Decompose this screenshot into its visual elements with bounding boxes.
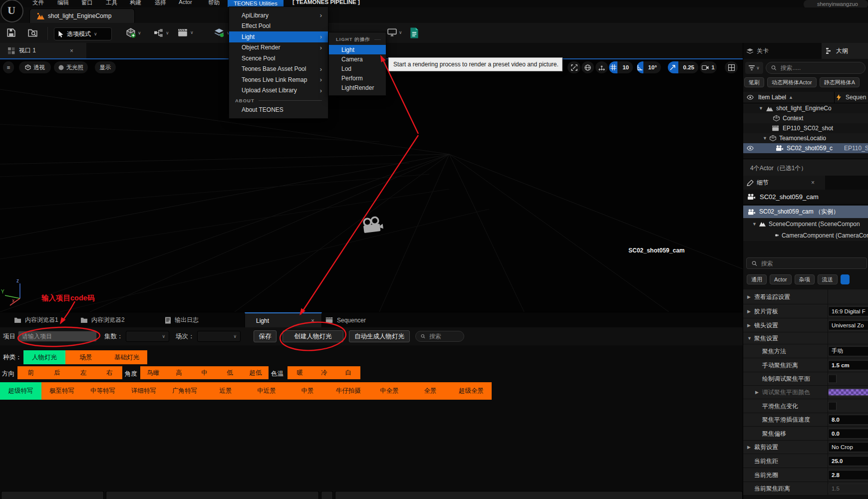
prop-row-draw-debug-plane[interactable]: 绘制调试聚焦平面 [743, 372, 868, 386]
save-button[interactable] [7, 28, 15, 37]
tree-row-camera-selected[interactable]: SC02_shot059_c EP110_S [743, 143, 868, 153]
prop-row-current-focus-distance[interactable]: 当前聚焦距离 1.5 [743, 482, 868, 496]
shot-cowboy[interactable]: 牛仔拍摄 [328, 382, 369, 400]
maximize-viewport-button[interactable] [568, 61, 580, 73]
details-search-input[interactable] [760, 259, 862, 267]
outliner-search-input[interactable] [780, 64, 860, 72]
lens-value[interactable]: Universal Zo [828, 320, 868, 330]
shot-super-full[interactable]: 超级全景 [451, 382, 492, 400]
menu-item-teones-base-asset-pool[interactable]: Teones Base Asset Pool› [229, 64, 328, 75]
submenu-item-camera[interactable]: Camera [329, 54, 386, 64]
menu-tools[interactable]: 工具 [106, 0, 117, 6]
filmback-value[interactable]: 16:9 Digital F [828, 306, 868, 316]
chip-general[interactable]: 通用 [747, 274, 767, 284]
tab-content-browser-2[interactable]: 内容浏览器2 [80, 312, 125, 328]
tab-content-browser-1[interactable]: 内容浏览器1 [14, 312, 58, 328]
menu-help[interactable]: 帮助 [208, 0, 220, 6]
play-settings-button[interactable]: ∨ [214, 28, 230, 38]
category-scene[interactable]: 场景 [65, 350, 106, 364]
menu-edit[interactable]: 编辑 [57, 0, 69, 6]
prop-row-filmback[interactable]: ▶胶片背板 16:9 Digital F [743, 304, 868, 318]
shot-wide-closeup[interactable]: 广角特写 [164, 382, 205, 400]
tab-light[interactable]: Light × [245, 312, 322, 328]
direction-front[interactable]: 前 [17, 366, 44, 379]
component-row-camera[interactable]: CameraComponent (CameraCor [743, 230, 868, 241]
add-actor-button[interactable]: ∨ [126, 28, 141, 38]
tab-output-log[interactable]: 输出日志 [165, 312, 199, 328]
menu-item-object-render[interactable]: Object Render› [229, 42, 328, 53]
temp-warm[interactable]: 暖 [288, 366, 312, 379]
tab-light-close-icon[interactable]: × [311, 317, 314, 324]
grid-snap-value[interactable]: 10 [620, 64, 633, 70]
blueprints-button[interactable]: ∨ [154, 28, 169, 37]
current-aperture-value[interactable]: 2.8 [828, 470, 868, 480]
perspective-button[interactable]: 透视 [19, 61, 51, 73]
tab-details-close-icon[interactable]: × [811, 179, 815, 186]
episode-dropdown[interactable]: ∨ [126, 331, 169, 342]
menu-actor[interactable]: Actor [179, 0, 192, 5]
transform-snap-button[interactable] [595, 61, 608, 73]
chip-actor[interactable]: Actor [770, 274, 792, 284]
shot-detail-closeup[interactable]: 详细特写 [123, 382, 164, 400]
temp-cold[interactable]: 冷 [312, 366, 336, 379]
prop-row-current-focal-length[interactable]: 当前焦距 25.0 [743, 454, 868, 468]
menu-item-scence-pool[interactable]: Scence Pool [229, 53, 328, 64]
create-character-light-button[interactable]: 创建人物灯光 [283, 330, 343, 342]
shot-medium-near[interactable]: 中近景 [246, 382, 287, 400]
debug-plane-color-swatch[interactable] [828, 389, 868, 396]
menu-window[interactable]: 窗口 [81, 0, 93, 6]
shot-medium[interactable]: 中景 [287, 382, 328, 400]
draw-debug-plane-checkbox[interactable] [828, 375, 837, 383]
show-button[interactable]: 显示 [95, 61, 116, 73]
project-input[interactable] [18, 331, 97, 342]
shot-super-closeup[interactable]: 超级特写 [0, 382, 41, 400]
menu-item-teones-live-link-remap[interactable]: Teones Live Link Remap› [229, 74, 328, 85]
prop-row-current-aperture[interactable]: 当前光圈 2.8 [743, 468, 868, 482]
manual-focus-distance-value[interactable]: 1.5 cm [828, 360, 868, 370]
menu-item-apilibrary[interactable]: ApiLibrary› [229, 10, 328, 21]
select-mode-dropdown[interactable]: 选项模式 ∨ [54, 27, 112, 40]
prop-row-focus-interp-speed[interactable]: 聚焦平滑插值速度 8.0 [743, 413, 868, 427]
viewport-tab-close-icon[interactable]: × [70, 47, 73, 54]
shot-near[interactable]: 近景 [205, 382, 246, 400]
tree-row-level[interactable]: ▼ shot_light_EngineCo [743, 103, 868, 113]
column-sequence[interactable]: Sequen [846, 94, 866, 101]
submenu-item-lod[interactable]: Lod [329, 64, 386, 73]
chip-streaming[interactable]: 流送 [818, 274, 838, 284]
filter-chip-static-mesh[interactable]: 静态网格体A [820, 77, 860, 87]
prop-row-lookat[interactable]: ▶查看追踪设置 [743, 289, 868, 304]
filter-chip-dynamic-mesh[interactable]: 动态网格体Actor [767, 77, 817, 87]
rotation-snap-control[interactable]: 10° [637, 61, 661, 73]
viewport-layouts-button[interactable] [725, 61, 738, 73]
camera-speed-control[interactable]: 1 [700, 61, 717, 73]
shot-medium-closeup[interactable]: 中等特写 [82, 382, 123, 400]
status-segment[interactable] [106, 491, 319, 499]
cine-camera-actor-icon[interactable] [360, 215, 384, 236]
light-search-box[interactable] [415, 331, 464, 342]
status-segment[interactable] [1, 491, 104, 499]
outliner-search-box[interactable] [766, 62, 866, 74]
platforms-button[interactable]: ∨ [387, 28, 402, 36]
column-item-label[interactable]: Item Label [758, 94, 786, 101]
angle-superlow[interactable]: 超低 [243, 366, 269, 379]
angle-mid[interactable]: 中 [192, 366, 217, 379]
save-light-button[interactable]: 保存 [254, 330, 277, 342]
browse-content-button[interactable] [28, 28, 37, 37]
viewport-tab[interactable]: 视口 1 × [0, 43, 86, 58]
focus-offset-value[interactable]: 0.0 [828, 429, 868, 439]
cinematics-button[interactable]: ∨ [178, 28, 194, 37]
status-segment[interactable] [335, 491, 743, 499]
prop-row-focus-offset[interactable]: 聚焦偏移 0.0 [743, 427, 868, 441]
focus-interp-speed-value[interactable]: 8.0 [828, 415, 868, 425]
direction-right[interactable]: 右 [96, 366, 122, 379]
prop-row-focus-settings[interactable]: ▼聚焦设置 [743, 332, 868, 344]
shot-medium-full[interactable]: 中全景 [369, 382, 410, 400]
chip-overflow[interactable] [841, 274, 850, 284]
shot-full[interactable]: 全景 [410, 382, 451, 400]
category-character-light[interactable]: 人物灯光 [23, 350, 65, 364]
eye-icon[interactable] [747, 146, 754, 151]
menu-item-effect-pool[interactable]: Effect Pool [229, 21, 328, 32]
status-segment[interactable] [321, 491, 333, 499]
shot-extreme-closeup[interactable]: 极至特写 [41, 382, 82, 400]
scale-snap-icon[interactable] [668, 61, 678, 73]
